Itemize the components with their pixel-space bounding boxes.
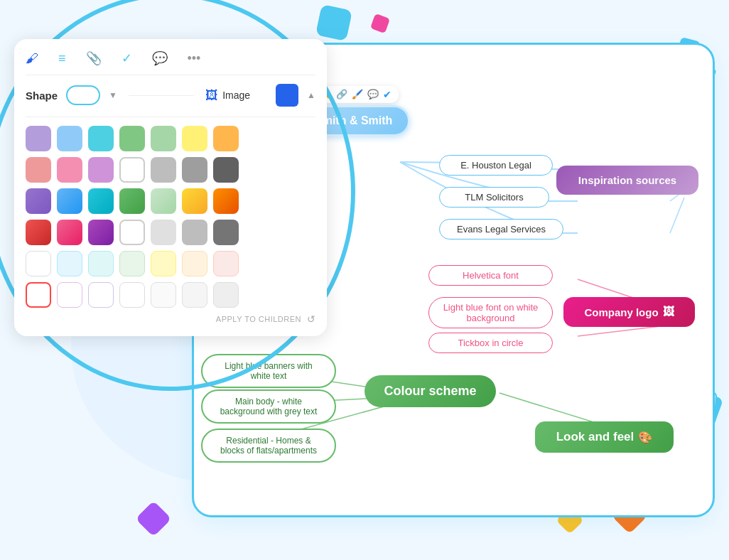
color-outline-orange[interactable]: [182, 251, 207, 276]
color-purple-dark-grad[interactable]: [88, 220, 114, 245]
color-green-pale-grad[interactable]: [151, 188, 176, 214]
link-icon[interactable]: 🔗: [336, 89, 347, 100]
refresh-icon[interactable]: ↺: [307, 313, 315, 325]
image-label: Image: [222, 90, 250, 101]
color-gray-light[interactable]: [151, 157, 176, 183]
color-cyan-grad[interactable]: [88, 188, 114, 214]
color-lightgray[interactable]: [151, 220, 176, 245]
color-purple-medium[interactable]: [88, 157, 114, 183]
deco-purple-bottom: [136, 501, 172, 537]
color-white[interactable]: [119, 157, 145, 183]
scheme-child-1[interactable]: Light blue banners with white text: [201, 354, 336, 388]
check-tool-icon[interactable]: ✓: [122, 50, 132, 66]
deco-cyan-top: [315, 4, 352, 41]
color-purple-light[interactable]: [26, 126, 51, 151]
brush-tool-icon[interactable]: 🖌: [26, 51, 38, 66]
apply-row: APPLY TO CHILDREN ↺: [26, 313, 315, 325]
toolbar-icons-row: 🖌 ≡ 📎 ✓ 💬 •••: [26, 50, 315, 75]
check-icon[interactable]: ✔: [383, 89, 392, 100]
color-green-grad[interactable]: [119, 188, 145, 214]
scheme-child-2[interactable]: Main body - white background with grey t…: [201, 389, 336, 424]
color-pink-light[interactable]: [57, 157, 82, 183]
color-blue-light[interactable]: [57, 126, 82, 151]
more-tool-icon[interactable]: •••: [188, 51, 201, 66]
color-darkgray[interactable]: [213, 220, 239, 245]
color-blue-grad[interactable]: [57, 188, 82, 214]
color-gray-dark[interactable]: [213, 157, 239, 183]
color-outline-cyan[interactable]: [88, 251, 114, 276]
color-green-lighter[interactable]: [151, 126, 176, 151]
color-swatch-big[interactable]: [276, 84, 298, 107]
laf-emoji: 🎨: [638, 431, 652, 444]
inspiration-sources-node[interactable]: Inspiration sources: [556, 166, 698, 195]
logo-child-3[interactable]: Tickbox in circle: [428, 333, 553, 353]
image-section: 🖼 Image: [205, 88, 250, 103]
color-purple-grad[interactable]: [26, 188, 51, 214]
company-logo-emoji: 🖼: [663, 306, 674, 318]
color-outline-violet[interactable]: [88, 282, 114, 308]
shape-preview[interactable]: [66, 85, 100, 105]
color-grid: [26, 126, 315, 308]
colour-scheme-node[interactable]: Colour scheme: [364, 375, 496, 407]
list-tool-icon[interactable]: ≡: [58, 51, 66, 66]
color-orange-grad[interactable]: [213, 188, 239, 214]
color-white-2[interactable]: [119, 220, 145, 245]
color-pink-grad[interactable]: [57, 220, 82, 245]
color-outline-red[interactable]: [213, 251, 239, 276]
divider: [129, 95, 194, 96]
color-midgray[interactable]: [182, 220, 207, 245]
shape-label: Shape: [26, 90, 58, 102]
color-arrow[interactable]: ▲: [307, 90, 315, 100]
link-tool-icon[interactable]: 📎: [86, 50, 102, 66]
logo-child-1[interactable]: Helvetica font: [428, 265, 553, 286]
inspiration-child-1[interactable]: E. Houston Legal: [439, 155, 553, 176]
comment-icon[interactable]: 💬: [367, 89, 379, 100]
deco-pink-top: [370, 14, 390, 33]
color-gray-medium[interactable]: [182, 157, 207, 183]
color-outline-white2[interactable]: [119, 282, 145, 308]
shape-image-row: Shape ▼ 🖼 Image ▲: [26, 84, 315, 107]
inspiration-child-3[interactable]: Evans Legal Services: [439, 219, 563, 239]
svg-line-5: [670, 198, 684, 233]
logo-child-2[interactable]: Light blue font on white background: [428, 297, 553, 328]
inspiration-child-2[interactable]: TLM Solicitors: [439, 187, 549, 208]
scheme-child-3[interactable]: Residential - Homes & blocks of flats/ap…: [201, 429, 336, 463]
toolbar-panel: 🖌 ≡ 📎 ✓ 💬 ••• Shape ▼ 🖼 Image ▲: [14, 39, 327, 336]
color-outline-blue[interactable]: [57, 251, 82, 276]
color-outline-yellow[interactable]: [151, 251, 176, 276]
color-selected-red[interactable]: [26, 282, 51, 308]
image-icon[interactable]: 🖼: [205, 88, 218, 103]
color-red-grad[interactable]: [26, 220, 51, 245]
shape-arrow[interactable]: ▼: [109, 90, 117, 100]
brush-icon[interactable]: 🖌️: [352, 89, 363, 100]
color-red-light[interactable]: [26, 157, 51, 183]
color-yellow[interactable]: [182, 126, 207, 151]
color-outline-green[interactable]: [119, 251, 145, 276]
color-green-light[interactable]: [119, 126, 145, 151]
look-and-feel-node[interactable]: Look and feel 🎨: [535, 421, 674, 453]
color-outline-offwhite[interactable]: [182, 282, 207, 308]
apply-label: APPLY TO CHILDREN: [216, 315, 301, 323]
section-divider: [26, 117, 315, 117]
color-outline-pale[interactable]: [213, 282, 239, 308]
color-outline-white[interactable]: [26, 251, 51, 276]
color-outline-lightgray[interactable]: [151, 282, 176, 308]
color-yellow-grad[interactable]: [182, 188, 207, 214]
color-outline-purple2[interactable]: [57, 282, 82, 308]
color-cyan[interactable]: [88, 126, 114, 151]
chat-tool-icon[interactable]: 💬: [152, 50, 168, 66]
color-orange-light[interactable]: [213, 126, 239, 151]
company-logo-node[interactable]: Company logo 🖼: [563, 297, 695, 327]
